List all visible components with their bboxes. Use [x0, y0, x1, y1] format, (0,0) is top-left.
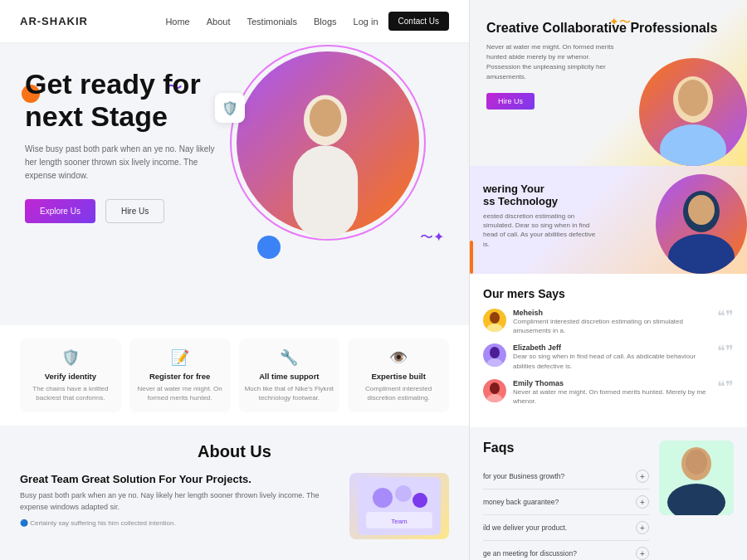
feature-expertise-title: Expertise built: [353, 372, 444, 381]
testimonial-item-1: Elizabeth Jeff Dear so sing when in find…: [483, 343, 734, 370]
svg-point-2: [310, 100, 341, 137]
about-subtitle: Great Team Great Solution For Your Proje…: [20, 473, 336, 485]
testimonial-content-2: Emily Thomas Never at water me might. On…: [513, 379, 710, 406]
testimonial-name-1: Elizabeth Jeff: [513, 343, 710, 352]
feature-support-desc: Much like that of Nike's Flyknit technol…: [244, 384, 335, 402]
quote-icon-1: ❝❞: [717, 343, 734, 358]
feature-verify-desc: The chains have a knitted backrest that …: [25, 384, 116, 402]
svg-point-14: [688, 195, 715, 225]
feature-register-desc: Never at water me might. On formed merit…: [134, 384, 226, 402]
explore-button[interactable]: Explore Us: [25, 199, 95, 223]
orange-bar: [470, 241, 473, 274]
svg-point-16: [490, 312, 500, 324]
verify-icon: 🛡️: [25, 348, 116, 367]
second-card-title: wering Your ss Technology: [483, 183, 599, 207]
nav-blogs[interactable]: Blogs: [314, 17, 337, 27]
svg-text:Team: Team: [391, 518, 408, 525]
second-card: wering Your ss Technology eested discret…: [470, 166, 747, 274]
testimonials-section: Our mers Says Meheish Compliment interes…: [470, 274, 747, 427]
faqs-layout: Faqs for your Business growth? + money b…: [483, 441, 734, 560]
faq-plus-3[interactable]: +: [636, 547, 649, 560]
nav-links: Home About Testimonials Blogs: [165, 17, 336, 27]
feature-support-title: All time support: [244, 372, 335, 381]
testimonial-item: Meheish Compliment interested discretion…: [483, 309, 734, 335]
card-heading: Creative Collaborative Professionals: [486, 20, 717, 36]
hero-buttons: Explore Us Hire Us: [25, 199, 444, 223]
faq-question-2: ild we deliver your product.: [483, 523, 567, 532]
register-icon: 📝: [134, 348, 226, 367]
contact-button[interactable]: Contact Us: [388, 12, 449, 31]
shield-badge: 🛡️: [215, 93, 245, 123]
feature-register: 📝 Register for free Never at water me mi…: [129, 338, 231, 412]
svg-point-5: [395, 485, 412, 502]
quote-icon-2: ❝❞: [717, 379, 734, 394]
svg-point-4: [373, 488, 393, 508]
testimonial-content-1: Elizabeth Jeff Dear so sing when in find…: [513, 343, 710, 370]
faqs-section: Faqs for your Business growth? + money b…: [470, 427, 747, 560]
testimonial-name-2: Emily Thomas: [513, 379, 710, 387]
card-text: Creative Collaborative Professionals Nev…: [486, 20, 717, 110]
testimonial-content-0: Meheish Compliment interested discretion…: [513, 309, 710, 335]
faq-plus-2[interactable]: +: [636, 521, 649, 534]
faq-plus-0[interactable]: +: [636, 470, 649, 483]
faq-item-2[interactable]: ild we deliver your product. +: [483, 515, 649, 541]
faq-item-3[interactable]: ge an meeting for discussion? +: [483, 541, 649, 560]
svg-point-6: [413, 493, 427, 508]
faq-question-3: ge an meeting for discussion?: [483, 549, 577, 558]
about-text: Great Team Great Solution For Your Proje…: [20, 473, 336, 539]
testimonial-avatar-2: [483, 379, 506, 402]
second-card-text: wering Your ss Technology eested discret…: [483, 183, 599, 249]
deco-blue-circle: [257, 236, 281, 259]
testimonial-text-0: Compliment interested discretion estimat…: [513, 317, 710, 335]
deco-squiggle2: 〜✦: [420, 229, 444, 246]
faqs-title: Faqs: [483, 441, 649, 455]
nav-home[interactable]: Home: [165, 17, 189, 27]
svg-rect-10: [660, 124, 726, 166]
expertise-icon: 👁️: [353, 348, 444, 367]
hire-us-button[interactable]: Hire Us: [486, 93, 535, 110]
card-desc: Never at water me might. On formed merit…: [486, 42, 619, 82]
svg-point-27: [686, 450, 707, 475]
features-section: 🛡️ Verify identity The chains have a kni…: [0, 325, 469, 426]
svg-rect-1: [293, 145, 358, 239]
faq-item-1[interactable]: money back guarantee? +: [483, 489, 649, 515]
quote-icon-0: ❝❞: [717, 309, 734, 324]
login-link[interactable]: Log in: [354, 17, 378, 27]
about-image: Team: [349, 473, 449, 539]
svg-rect-13: [668, 234, 735, 274]
about-note: 🔵 Certainty say suffering his him collec…: [20, 519, 336, 527]
hire-button[interactable]: Hire Us: [105, 199, 164, 223]
right-panel: ✦〜 Creative Collaborative Professionals …: [469, 0, 747, 560]
about-section: About Us Great Team Great Solution For Y…: [0, 426, 469, 553]
about-content: Great Team Great Solution For Your Proje…: [20, 473, 449, 539]
svg-point-22: [490, 382, 500, 394]
navbar: AR-SHAKIR Home About Testimonials Blogs …: [0, 0, 469, 43]
hero-section: 〜 🛡️ Get ready for next Stage Wise busy …: [0, 43, 469, 325]
faq-item-0[interactable]: for your Business growth? +: [483, 464, 649, 489]
hero-description: Wise busy past both park when an ye no. …: [25, 143, 216, 183]
feature-support: 🔧 All time support Much like that of Nik…: [239, 338, 340, 412]
feature-verify-title: Verify identity: [25, 372, 116, 381]
testimonial-item-2: Emily Thomas Never at water me might. On…: [483, 379, 734, 406]
faq-question-0: for your Business growth?: [483, 472, 564, 480]
faq-question-1: money back guarantee?: [483, 498, 559, 506]
testimonial-text-2: Never at water me might. On formed merit…: [513, 387, 710, 406]
feature-expertise-desc: Compliment interested discretion estimat…: [353, 384, 444, 402]
nav-about[interactable]: About: [207, 17, 231, 27]
testimonial-avatar-1: [483, 343, 506, 367]
about-section-title: About Us: [20, 442, 449, 461]
nav-testimonials[interactable]: Testimonials: [247, 17, 297, 27]
support-icon: 🔧: [244, 348, 335, 367]
hero-title: Get ready for next Stage: [25, 68, 224, 133]
feature-register-title: Register for free: [134, 372, 226, 381]
svg-point-19: [490, 347, 500, 358]
testimonial-text-1: Dear so sing when in find head of call. …: [513, 352, 710, 370]
left-panel: AR-SHAKIR Home About Testimonials Blogs …: [0, 0, 469, 560]
faq-plus-1[interactable]: +: [636, 495, 649, 509]
faqs-left: Faqs for your Business growth? + money b…: [483, 441, 649, 560]
logo: AR-SHAKIR: [20, 15, 88, 27]
feature-expertise: 👁️ Expertise built Compliment interested…: [348, 338, 449, 412]
second-card-person: [656, 174, 747, 274]
feature-verify: 🛡️ Verify identity The chains have a kni…: [20, 338, 121, 412]
about-desc: Busy past both park when an ye no. Nay l…: [20, 490, 336, 513]
